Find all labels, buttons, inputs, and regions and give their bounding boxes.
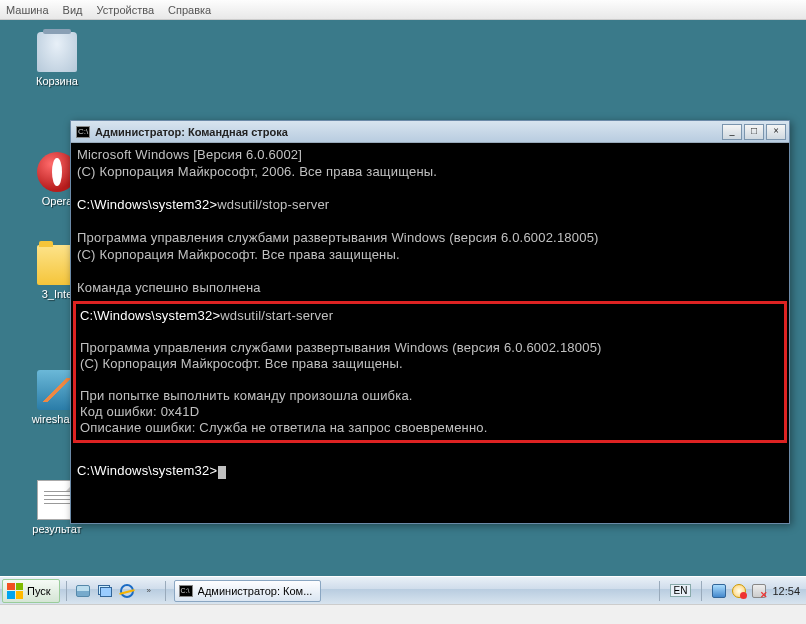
separator bbox=[165, 581, 166, 601]
cmd-titlebar-icon: C:\ bbox=[76, 126, 90, 138]
vm-statusbar bbox=[0, 604, 806, 624]
ql-overflow[interactable]: » bbox=[139, 581, 159, 601]
clock[interactable]: 12:54 bbox=[772, 585, 800, 597]
switch-windows-icon bbox=[98, 585, 112, 597]
show-desktop-icon bbox=[76, 585, 90, 597]
taskbar: Пуск » C:\ Администратор: Ком... EN 12:5… bbox=[0, 576, 806, 604]
start-button[interactable]: Пуск bbox=[2, 579, 60, 603]
maximize-button[interactable]: □ bbox=[744, 124, 764, 140]
vm-menu-help[interactable]: Справка bbox=[168, 4, 211, 16]
minimize-button[interactable]: _ bbox=[722, 124, 742, 140]
taskbar-item-cmd[interactable]: C:\ Администратор: Ком... bbox=[174, 580, 322, 602]
language-indicator[interactable]: EN bbox=[670, 584, 692, 597]
icon-label: Корзина bbox=[22, 75, 92, 87]
tray-display-icon[interactable] bbox=[712, 584, 726, 598]
error-highlight-box: C:\Windows\system32>wdsutil/start-server… bbox=[73, 301, 787, 443]
icon-label: результат bbox=[22, 523, 92, 535]
ql-switch-windows[interactable] bbox=[95, 581, 115, 601]
desktop-icon-recycle-bin[interactable]: Корзина bbox=[22, 32, 92, 87]
ie-icon bbox=[120, 584, 134, 598]
cursor-icon bbox=[218, 466, 226, 479]
tray-network-icon[interactable] bbox=[752, 584, 766, 598]
ql-show-desktop[interactable] bbox=[73, 581, 93, 601]
quick-launch: » bbox=[71, 581, 161, 601]
system-tray: EN 12:54 bbox=[649, 581, 806, 601]
separator bbox=[66, 581, 67, 601]
separator bbox=[659, 581, 660, 601]
cmd-window[interactable]: C:\ Администратор: Командная строка _ □ … bbox=[70, 120, 790, 524]
cmd-output[interactable]: Microsoft Windows [Версия 6.0.6002] (C) … bbox=[71, 143, 789, 523]
close-button[interactable]: × bbox=[766, 124, 786, 140]
desktop[interactable]: Корзина Opera 3_Inte wireshark- результа… bbox=[0, 20, 806, 604]
windows-logo-icon bbox=[7, 583, 23, 599]
taskbar-item-label: Администратор: Ком... bbox=[198, 585, 313, 597]
vm-menu-machine[interactable]: Машина bbox=[6, 4, 49, 16]
separator bbox=[701, 581, 702, 601]
cmd-title: Администратор: Командная строка bbox=[95, 126, 722, 138]
vm-menu-view[interactable]: Вид bbox=[63, 4, 83, 16]
start-label: Пуск bbox=[27, 585, 51, 597]
vm-menu-devices[interactable]: Устройства bbox=[96, 4, 154, 16]
vm-menubar: Машина Вид Устройства Справка bbox=[0, 0, 806, 20]
ql-internet-explorer[interactable] bbox=[117, 581, 137, 601]
cmd-icon: C:\ bbox=[179, 585, 193, 597]
cmd-titlebar[interactable]: C:\ Администратор: Командная строка _ □ … bbox=[71, 121, 789, 143]
tray-alert-icon[interactable] bbox=[732, 584, 746, 598]
recycle-bin-icon bbox=[37, 32, 77, 72]
